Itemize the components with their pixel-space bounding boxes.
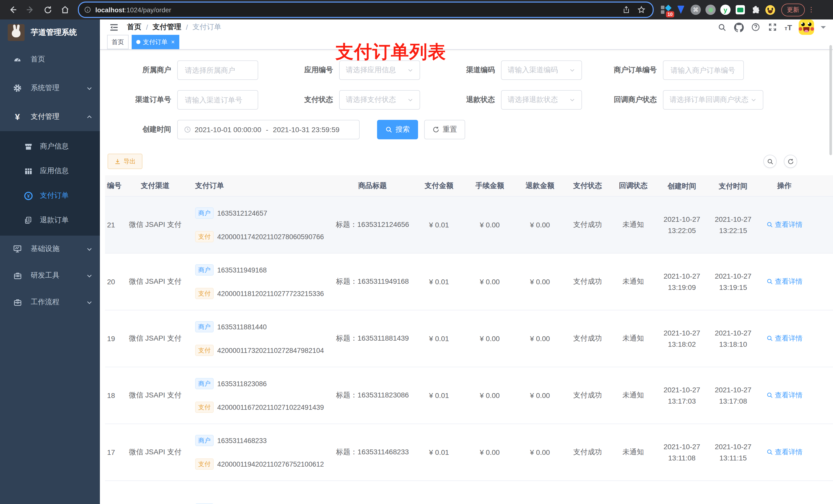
create-time-label: 创建时间 bbox=[108, 125, 177, 134]
command-extension-icon[interactable]: ⌘ bbox=[691, 5, 701, 15]
filter-form: 所属商户 应用编号 请选择应用信息 渠道编码 bbox=[100, 50, 833, 149]
pay-status-select[interactable]: 请选择支付状态 bbox=[339, 90, 420, 110]
tab-home[interactable]: 首页 bbox=[107, 35, 128, 49]
app-label: 应用编号 bbox=[269, 66, 339, 75]
merchant-input[interactable] bbox=[177, 61, 258, 80]
forward-icon[interactable] bbox=[23, 3, 38, 17]
chevron-down-icon bbox=[407, 97, 413, 103]
extension-bar: 10 ⌘ y bbox=[661, 5, 775, 15]
channel-code-select[interactable]: 请输入渠道编码 bbox=[501, 61, 582, 80]
app-logo: 芋道管理系统 bbox=[0, 20, 100, 45]
merchant-tag: 商户 bbox=[195, 435, 214, 446]
main-content: 支付订单列表 首页 / 支付管理 / 支付订单 bbox=[100, 20, 833, 504]
emoji-extension-icon[interactable] bbox=[765, 5, 775, 15]
col-amount: 支付金额 bbox=[413, 181, 465, 190]
y-extension-icon[interactable]: y bbox=[720, 5, 731, 15]
sidebar-item-pay-order[interactable]: ¥ 支付订单 bbox=[0, 183, 100, 208]
sidebar-item-payment[interactable]: ¥ 支付管理 bbox=[0, 102, 100, 131]
col-pay-order: 支付订单 bbox=[188, 181, 331, 190]
font-size-icon[interactable]: тT bbox=[785, 23, 792, 31]
sidebar-item-system[interactable]: 系统管理 bbox=[0, 74, 100, 102]
extension-badge: 10 bbox=[666, 11, 674, 18]
channel-order-no-label: 渠道订单号 bbox=[108, 95, 177, 104]
reload-icon[interactable] bbox=[41, 3, 55, 17]
help-icon[interactable] bbox=[751, 22, 761, 32]
breadcrumb-current: 支付订单 bbox=[193, 23, 221, 32]
chat-extension-icon[interactable] bbox=[735, 5, 745, 15]
merchant-input-field[interactable] bbox=[184, 66, 252, 75]
export-button[interactable]: 导出 bbox=[108, 154, 142, 169]
channel-order-no-field[interactable] bbox=[184, 95, 252, 104]
sidebar-item-refund-order[interactable]: 退款订单 bbox=[0, 208, 100, 233]
extensions-puzzle-icon[interactable] bbox=[750, 5, 760, 15]
site-info-icon[interactable] bbox=[84, 6, 91, 13]
merchant-label: 所属商户 bbox=[108, 66, 177, 75]
sidebar-item-app-info[interactable]: 应用信息 bbox=[0, 159, 100, 183]
table-row: 21 微信 JSAPI 支付 商户1635312124657 支付4200001… bbox=[105, 197, 833, 254]
devtools-extension-icon[interactable]: 10 bbox=[661, 5, 671, 15]
channel-order-no-input[interactable] bbox=[177, 90, 258, 110]
refund-status-select[interactable]: 请选择退款状态 bbox=[501, 90, 582, 110]
chevron-down-icon bbox=[86, 272, 93, 279]
scrollbar-thumb[interactable] bbox=[829, 45, 832, 155]
notify-status-select[interactable]: 请选择订单回调商户状态 bbox=[663, 90, 763, 110]
sidebar-item-home[interactable]: 首页 bbox=[0, 45, 100, 74]
view-detail-link[interactable]: 查看详情 bbox=[766, 277, 803, 286]
screenshot-annotation: 支付订单列表 bbox=[336, 40, 446, 64]
navbar: 首页 / 支付管理 / 支付订单 bbox=[100, 20, 833, 35]
refresh-button[interactable] bbox=[784, 155, 797, 168]
chevron-down-icon bbox=[407, 67, 413, 73]
sidebar-item-infrastructure[interactable]: 基础设施 bbox=[0, 236, 100, 262]
close-icon[interactable]: × bbox=[171, 39, 175, 45]
fold-menu-icon[interactable] bbox=[109, 22, 119, 32]
merchant-order-no-field[interactable] bbox=[670, 66, 737, 75]
url-bar[interactable]: localhost:1024/pay/order bbox=[78, 2, 654, 18]
breadcrumb-home[interactable]: 首页 bbox=[127, 23, 141, 32]
sidebar-item-dev-tools[interactable]: 研发工具 bbox=[0, 262, 100, 289]
fullscreen-icon[interactable] bbox=[768, 22, 778, 32]
merchant-tag: 商户 bbox=[195, 378, 214, 389]
merchant-order-no-input[interactable] bbox=[663, 61, 744, 80]
view-detail-link[interactable]: 查看详情 bbox=[766, 334, 803, 343]
grid-icon bbox=[23, 167, 34, 175]
avatar[interactable] bbox=[799, 20, 814, 35]
tab-pay-order[interactable]: 支付订单 × bbox=[132, 35, 179, 49]
kite-extension-icon[interactable] bbox=[676, 5, 686, 15]
col-channel: 支付渠道 bbox=[122, 181, 188, 190]
col-actions: 操作 bbox=[759, 181, 810, 190]
tags-view-bar: 首页 支付订单 × bbox=[100, 35, 833, 50]
github-icon[interactable] bbox=[734, 22, 744, 32]
table-row-partial: 商户1635311454796 bbox=[105, 481, 833, 504]
refund-doc-icon bbox=[23, 216, 34, 224]
create-time-range-input[interactable]: 2021-10-01 00:00:00 - 2021-10-31 23:59:5… bbox=[177, 120, 360, 139]
star-icon[interactable] bbox=[637, 6, 645, 14]
channel-code-label: 渠道编码 bbox=[431, 66, 501, 75]
more-dots-icon[interactable]: ⋮ bbox=[808, 7, 813, 12]
recorder-extension-icon[interactable] bbox=[706, 5, 716, 15]
caret-down-icon[interactable] bbox=[821, 26, 826, 31]
toggle-search-button[interactable] bbox=[763, 155, 777, 168]
toolbox-icon bbox=[11, 271, 24, 280]
view-detail-link[interactable]: 查看详情 bbox=[766, 391, 803, 400]
home-icon[interactable] bbox=[58, 3, 72, 17]
chevron-up-icon bbox=[86, 114, 93, 120]
col-pay-status: 支付状态 bbox=[565, 181, 610, 190]
search-icon[interactable] bbox=[717, 22, 727, 32]
reset-button[interactable]: 重置 bbox=[424, 120, 465, 139]
share-icon[interactable] bbox=[622, 6, 630, 14]
breadcrumb-payment[interactable]: 支付管理 bbox=[153, 23, 181, 32]
refund-status-label: 退款状态 bbox=[431, 95, 501, 104]
merchant-tag: 商户 bbox=[195, 321, 214, 332]
search-button[interactable]: 搜索 bbox=[377, 120, 418, 139]
screen: localhost:1024/pay/order 10 ⌘ y bbox=[0, 0, 833, 504]
browser-update-button[interactable]: 更新 bbox=[781, 3, 805, 16]
back-icon[interactable] bbox=[6, 3, 20, 17]
view-detail-link[interactable]: 查看详情 bbox=[766, 448, 803, 457]
pay-tag: 支付 bbox=[195, 458, 214, 470]
table-row: 17 微信 JSAPI 支付 商户1635311468233 支付4200001… bbox=[105, 424, 833, 481]
sidebar-item-merchant-info[interactable]: 商户信息 bbox=[0, 134, 100, 159]
col-title: 商品标题 bbox=[331, 181, 413, 190]
sidebar-item-workflow[interactable]: 工作流程 bbox=[0, 289, 100, 315]
merchant-order-no-label: 商户订单编号 bbox=[593, 66, 663, 75]
view-detail-link[interactable]: 查看详情 bbox=[766, 220, 803, 230]
